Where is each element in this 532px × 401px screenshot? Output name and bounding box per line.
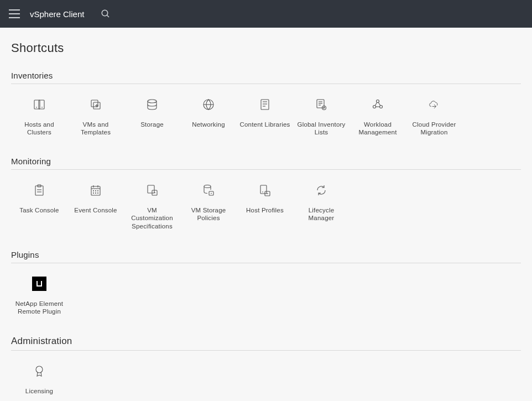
svg-point-23 xyxy=(380,106,383,108)
networking-icon xyxy=(182,94,234,115)
svg-rect-42 xyxy=(148,185,154,193)
shortcut-storage[interactable]: Storage xyxy=(124,94,180,137)
shortcut-label: VMs and Templates xyxy=(70,121,122,137)
shortcut-vms-templates[interactable]: VMs and Templates xyxy=(67,94,124,137)
svg-line-1 xyxy=(107,15,109,17)
shortcut-vm-customization[interactable]: VM Customization Specifications xyxy=(124,180,180,230)
vms-templates-icon xyxy=(70,94,122,115)
shortcut-event-console[interactable]: Event Console xyxy=(67,180,124,230)
svg-point-52 xyxy=(36,366,43,373)
shortcut-workload-management[interactable]: Workload Management xyxy=(350,94,406,137)
monitoring-grid: Task Console Event Console VM Customizat… xyxy=(11,180,521,230)
host-profiles-icon xyxy=(239,180,291,201)
shortcut-label: Workload Management xyxy=(352,121,404,137)
divider xyxy=(11,169,521,170)
svg-line-24 xyxy=(375,102,377,106)
svg-point-22 xyxy=(373,106,376,108)
shortcut-hosts-clusters[interactable]: Hosts and Clusters xyxy=(11,94,67,137)
divider xyxy=(11,263,521,263)
svg-point-21 xyxy=(377,100,379,103)
shortcut-task-console[interactable]: Task Console xyxy=(11,180,67,230)
svg-point-10 xyxy=(148,100,157,103)
shortcut-vm-storage-policies[interactable]: VM Storage Policies xyxy=(180,180,237,230)
shortcut-label: Networking xyxy=(182,121,234,128)
shortcut-label: Content Libraries xyxy=(239,121,291,128)
svg-point-41 xyxy=(98,192,98,193)
shortcut-label: VM Storage Policies xyxy=(182,206,234,222)
shortcut-label: Host Profiles xyxy=(239,206,291,214)
section-title-plugins: Plugins xyxy=(11,250,521,259)
svg-rect-48 xyxy=(260,185,267,194)
divider xyxy=(11,350,521,351)
shortcut-cloud-migration[interactable]: Cloud Provider Migration xyxy=(406,94,462,137)
shortcut-host-profiles[interactable]: Host Profiles xyxy=(237,180,293,230)
netapp-plugin-icon xyxy=(13,273,65,294)
svg-line-25 xyxy=(378,102,380,106)
shortcut-label: Hosts and Clusters xyxy=(13,121,65,137)
svg-point-40 xyxy=(96,192,96,193)
shortcut-label: Task Console xyxy=(13,206,65,214)
vm-customization-icon xyxy=(126,180,178,201)
shortcut-label: Global Inventory Lists xyxy=(295,121,347,137)
menu-icon[interactable] xyxy=(9,9,20,18)
svg-point-37 xyxy=(96,190,96,191)
content-libraries-icon xyxy=(239,94,291,115)
lifecycle-manager-icon xyxy=(295,180,347,201)
section-title-administration: Administration xyxy=(11,336,521,347)
cloud-migration-icon xyxy=(408,94,460,115)
shortcut-licensing[interactable]: Licensing xyxy=(11,361,67,395)
section-title-monitoring: Monitoring xyxy=(11,157,521,166)
inventories-grid: Hosts and Clusters VMs and Templates Sto… xyxy=(11,94,521,137)
divider xyxy=(11,84,521,84)
shortcut-lifecycle-manager[interactable]: Lifecycle Manager xyxy=(293,180,350,230)
shortcut-networking[interactable]: Networking xyxy=(180,94,237,137)
svg-point-36 xyxy=(93,190,94,191)
shortcut-global-inventory[interactable]: Global Inventory Lists xyxy=(293,94,350,137)
shortcut-content-libraries[interactable]: Content Libraries xyxy=(237,94,293,137)
app-title: vSphere Client xyxy=(30,9,84,19)
page-title: Shortcuts xyxy=(11,41,521,55)
workload-management-icon xyxy=(352,94,404,115)
svg-point-0 xyxy=(102,10,108,16)
svg-rect-12 xyxy=(261,100,269,110)
svg-point-45 xyxy=(204,185,211,188)
shortcut-label: Licensing xyxy=(13,387,65,395)
licensing-icon xyxy=(13,361,65,382)
task-console-icon xyxy=(13,180,65,201)
section-title-inventories: Inventories xyxy=(11,71,521,80)
global-inventory-icon xyxy=(295,94,347,115)
shortcut-netapp-plugin[interactable]: NetApp Element Remote Plugin xyxy=(11,273,67,316)
hosts-clusters-icon xyxy=(13,94,65,115)
shortcut-label: Event Console xyxy=(70,206,122,214)
main-content: Shortcuts Inventories Hosts and Clusters… xyxy=(0,28,532,401)
event-console-icon xyxy=(70,180,122,201)
shortcut-label: Cloud Provider Migration xyxy=(408,121,460,137)
shortcut-label: VM Customization Specifications xyxy=(126,206,178,230)
shortcut-label: NetApp Element Remote Plugin xyxy=(13,300,65,316)
shortcut-label: Storage xyxy=(126,121,178,128)
storage-icon xyxy=(126,94,178,115)
svg-point-38 xyxy=(98,190,98,191)
administration-grid: Licensing xyxy=(11,361,521,395)
search-icon[interactable] xyxy=(101,9,111,19)
shortcut-label: Lifecycle Manager xyxy=(295,206,347,222)
app-header: vSphere Client xyxy=(0,0,532,28)
plugins-grid: NetApp Element Remote Plugin xyxy=(11,273,521,316)
svg-point-39 xyxy=(93,192,94,193)
vm-storage-policies-icon xyxy=(182,180,234,201)
